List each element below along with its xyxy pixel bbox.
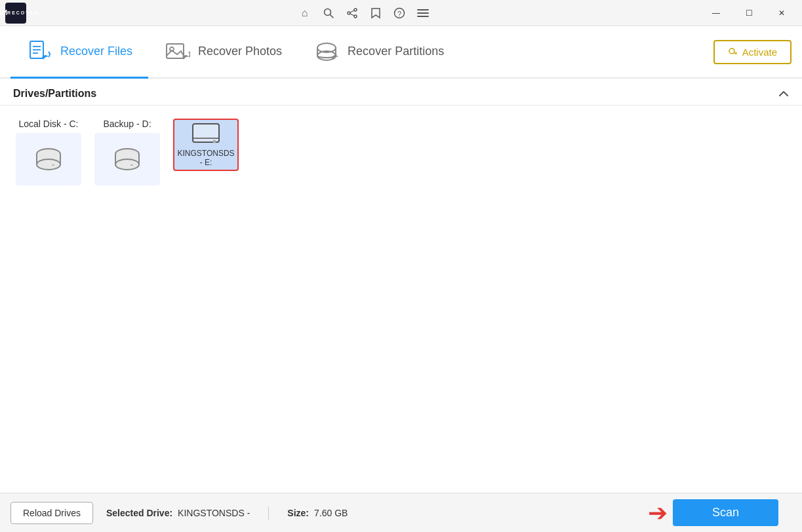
activate-button[interactable]: Activate: [713, 40, 792, 64]
drives-header: Drives/Partitions: [0, 79, 802, 105]
recover-files-label: Recover Files: [60, 45, 132, 58]
logo-icon: RBM RECOVER: [5, 3, 26, 24]
home-icon[interactable]: ⌂: [299, 7, 311, 19]
tab-recover-partitions[interactable]: Recover Partitions: [298, 26, 460, 79]
drives-title: Drives/Partitions: [13, 88, 96, 100]
selected-drive-label: Selected Drive:: [106, 508, 172, 518]
drive-d-label: Backup - D:: [103, 119, 151, 129]
svg-point-27: [115, 159, 139, 170]
drive-item-e[interactable]: KINGSTONSDS - E:: [173, 119, 239, 171]
search-icon[interactable]: [323, 7, 334, 19]
tab-recover-files[interactable]: Recover Files: [10, 26, 148, 79]
reload-drives-button[interactable]: Reload Drives: [10, 502, 93, 524]
drive-item-d[interactable]: Backup - D:: [94, 119, 160, 185]
drive-list: Local Disk - C: Backup - D:: [0, 105, 802, 493]
main-content: Drives/Partitions Local Disk - C: Backup…: [0, 79, 802, 493]
drive-e-label: KINGSTONSDS - E:: [174, 147, 237, 168]
drive-d-icon: [94, 133, 160, 185]
selected-drive-value: KINGSTONSDS -: [178, 508, 250, 518]
drive-c-icon: [16, 133, 81, 185]
svg-point-31: [213, 140, 216, 143]
maximize-button[interactable]: ☐: [734, 3, 764, 24]
svg-line-1: [330, 14, 333, 18]
svg-point-28: [130, 164, 133, 166]
collapse-button[interactable]: [778, 88, 789, 100]
bottom-bar: Reload Drives Selected Drive: KINGSTONSD…: [0, 493, 802, 532]
svg-point-3: [348, 12, 350, 14]
svg-point-4: [354, 15, 357, 18]
menu-icon[interactable]: [417, 7, 429, 19]
svg-text:?: ?: [397, 9, 401, 17]
bookmark-icon[interactable]: [370, 7, 382, 19]
close-button[interactable]: ✕: [767, 3, 797, 24]
app-logo: RBM RECOVER: [5, 3, 26, 24]
share-icon[interactable]: [346, 7, 358, 19]
svg-point-2: [354, 9, 357, 11]
arrow-area: ➔ Scan: [361, 499, 792, 527]
drive-c-label: Local Disk - C:: [18, 119, 78, 129]
recover-photos-label: Recover Photos: [198, 45, 282, 58]
drive-e-icon: KINGSTONSDS - E:: [173, 119, 239, 171]
recover-files-icon: [26, 39, 52, 65]
svg-point-24: [37, 159, 60, 170]
recover-partitions-icon: [313, 39, 340, 65]
svg-line-6: [350, 14, 354, 16]
separator: [268, 506, 269, 520]
drive-item-c[interactable]: Local Disk - C:: [16, 119, 81, 185]
svg-point-20: [729, 48, 734, 54]
scan-button[interactable]: Scan: [673, 499, 778, 526]
size-value: 7.60 GB: [314, 508, 348, 518]
help-icon[interactable]: ?: [393, 7, 405, 19]
svg-rect-29: [193, 124, 219, 142]
size-info: Size: 7.60 GB: [287, 508, 348, 518]
window-controls: — ☐ ✕: [701, 3, 797, 24]
recover-photos-icon: [164, 39, 190, 65]
status-info: Selected Drive: KINGSTONSDS -: [106, 508, 250, 518]
minimize-button[interactable]: —: [701, 3, 731, 24]
svg-point-25: [52, 164, 54, 166]
nav-bar: Recover Files Recover Photos Recover Par…: [0, 26, 802, 79]
title-bar: RBM RECOVER ⌂: [0, 0, 802, 26]
title-bar-left: RBM RECOVER: [5, 3, 26, 24]
tab-recover-photos[interactable]: Recover Photos: [148, 26, 298, 79]
key-icon: [728, 47, 738, 57]
title-bar-icons: ⌂ ?: [299, 7, 429, 19]
arrow-icon: ➔: [648, 499, 668, 527]
svg-line-5: [350, 10, 354, 12]
recover-partitions-label: Recover Partitions: [348, 45, 444, 58]
size-label: Size:: [287, 508, 309, 518]
